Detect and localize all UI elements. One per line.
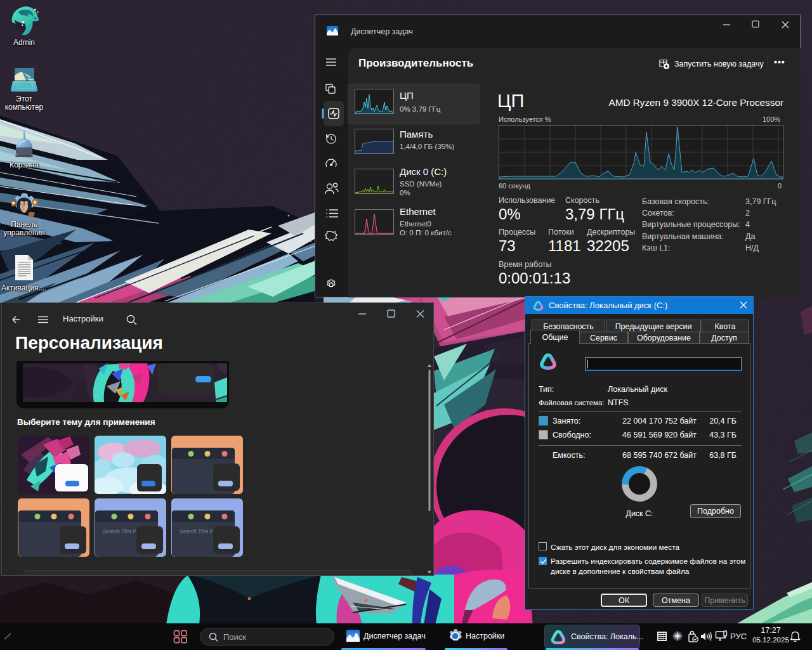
svg-text:Search This PC: Search This PC [180,528,217,535]
svg-text:Search This PC: Search This PC [103,528,140,535]
